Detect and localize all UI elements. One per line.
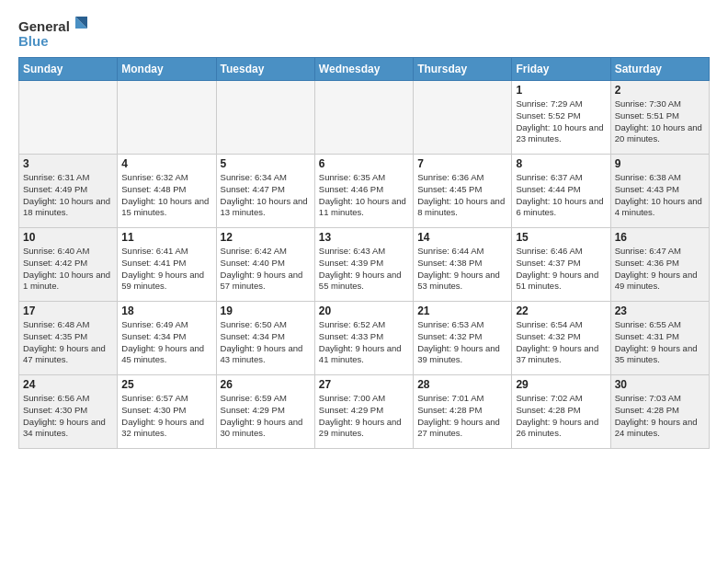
calendar-cell: 8Sunrise: 6:37 AM Sunset: 4:44 PM Daylig… [512, 155, 610, 228]
day-info: Sunrise: 6:55 AM Sunset: 4:31 PM Dayligh… [615, 319, 705, 366]
calendar-cell: 27Sunrise: 7:00 AM Sunset: 4:29 PM Dayli… [314, 375, 413, 449]
day-number: 1 [516, 84, 606, 97]
calendar-cell: 14Sunrise: 6:44 AM Sunset: 4:38 PM Dayli… [414, 228, 512, 302]
weekday-header-monday: Monday [118, 58, 216, 81]
calendar-cell: 7Sunrise: 6:36 AM Sunset: 4:45 PM Daylig… [414, 155, 512, 228]
day-number: 24 [23, 378, 113, 391]
day-info: Sunrise: 6:42 AM Sunset: 4:40 PM Dayligh… [221, 246, 311, 293]
day-number: 10 [23, 231, 113, 244]
calendar-cell: 10Sunrise: 6:40 AM Sunset: 4:42 PM Dayli… [19, 228, 118, 302]
day-info: Sunrise: 7:30 AM Sunset: 5:51 PM Dayligh… [615, 98, 705, 145]
day-info: Sunrise: 6:50 AM Sunset: 4:34 PM Dayligh… [221, 319, 311, 366]
weekday-header-tuesday: Tuesday [216, 58, 314, 81]
day-number: 26 [221, 378, 311, 391]
day-number: 12 [221, 231, 311, 244]
week-row-2: 10Sunrise: 6:40 AM Sunset: 4:42 PM Dayli… [19, 228, 710, 302]
weekday-header-sunday: Sunday [19, 58, 118, 81]
day-info: Sunrise: 6:47 AM Sunset: 4:36 PM Dayligh… [615, 246, 705, 293]
day-info: Sunrise: 6:35 AM Sunset: 4:46 PM Dayligh… [319, 172, 409, 219]
calendar-cell: 4Sunrise: 6:32 AM Sunset: 4:48 PM Daylig… [118, 155, 216, 228]
day-number: 13 [319, 231, 409, 244]
day-number: 14 [417, 231, 507, 244]
day-number: 3 [23, 157, 113, 170]
calendar-cell: 1Sunrise: 7:29 AM Sunset: 5:52 PM Daylig… [512, 81, 610, 155]
weekday-header-saturday: Saturday [610, 58, 709, 81]
day-number: 5 [221, 157, 311, 170]
svg-text:General: General [18, 18, 70, 34]
day-number: 23 [615, 304, 705, 317]
calendar-cell: 25Sunrise: 6:57 AM Sunset: 4:30 PM Dayli… [118, 375, 216, 449]
calendar-cell: 20Sunrise: 6:52 AM Sunset: 4:33 PM Dayli… [314, 302, 413, 375]
day-info: Sunrise: 6:34 AM Sunset: 4:47 PM Dayligh… [221, 172, 311, 219]
calendar-cell: 22Sunrise: 6:54 AM Sunset: 4:32 PM Dayli… [512, 302, 610, 375]
calendar-cell [414, 81, 512, 155]
day-number: 16 [615, 231, 705, 244]
day-number: 20 [319, 304, 409, 317]
calendar-cell: 16Sunrise: 6:47 AM Sunset: 4:36 PM Dayli… [610, 228, 709, 302]
logo-icon: GeneralBlue [18, 15, 92, 52]
weekday-header-wednesday: Wednesday [314, 58, 413, 81]
day-number: 27 [319, 378, 409, 391]
day-info: Sunrise: 6:43 AM Sunset: 4:39 PM Dayligh… [319, 246, 409, 293]
day-number: 17 [23, 304, 113, 317]
header: GeneralBlue [18, 15, 710, 52]
day-info: Sunrise: 7:29 AM Sunset: 5:52 PM Dayligh… [516, 98, 606, 145]
calendar-cell: 5Sunrise: 6:34 AM Sunset: 4:47 PM Daylig… [216, 155, 314, 228]
calendar-header: SundayMondayTuesdayWednesdayThursdayFrid… [19, 58, 710, 81]
day-number: 6 [319, 157, 409, 170]
calendar-cell: 21Sunrise: 6:53 AM Sunset: 4:32 PM Dayli… [414, 302, 512, 375]
weekday-row: SundayMondayTuesdayWednesdayThursdayFrid… [19, 58, 710, 81]
calendar-cell: 9Sunrise: 6:38 AM Sunset: 4:43 PM Daylig… [610, 155, 709, 228]
day-number: 15 [516, 231, 606, 244]
svg-text:Blue: Blue [18, 33, 49, 49]
week-row-4: 24Sunrise: 6:56 AM Sunset: 4:30 PM Dayli… [19, 375, 710, 449]
day-number: 8 [516, 157, 606, 170]
day-info: Sunrise: 6:36 AM Sunset: 4:45 PM Dayligh… [417, 172, 507, 219]
day-info: Sunrise: 6:57 AM Sunset: 4:30 PM Dayligh… [121, 393, 211, 440]
calendar-cell: 13Sunrise: 6:43 AM Sunset: 4:39 PM Dayli… [314, 228, 413, 302]
day-info: Sunrise: 6:40 AM Sunset: 4:42 PM Dayligh… [23, 246, 113, 293]
day-info: Sunrise: 6:32 AM Sunset: 4:48 PM Dayligh… [121, 172, 211, 219]
week-row-0: 1Sunrise: 7:29 AM Sunset: 5:52 PM Daylig… [19, 81, 710, 155]
calendar-cell: 19Sunrise: 6:50 AM Sunset: 4:34 PM Dayli… [216, 302, 314, 375]
day-info: Sunrise: 7:01 AM Sunset: 4:28 PM Dayligh… [417, 393, 507, 440]
week-row-1: 3Sunrise: 6:31 AM Sunset: 4:49 PM Daylig… [19, 155, 710, 228]
calendar-cell: 28Sunrise: 7:01 AM Sunset: 4:28 PM Dayli… [414, 375, 512, 449]
calendar-cell: 24Sunrise: 6:56 AM Sunset: 4:30 PM Dayli… [19, 375, 118, 449]
calendar-cell: 3Sunrise: 6:31 AM Sunset: 4:49 PM Daylig… [19, 155, 118, 228]
weekday-header-friday: Friday [512, 58, 610, 81]
page: GeneralBlue SundayMondayTuesdayWednesday… [0, 0, 728, 458]
calendar-cell: 2Sunrise: 7:30 AM Sunset: 5:51 PM Daylig… [610, 81, 709, 155]
day-number: 28 [417, 378, 507, 391]
day-info: Sunrise: 6:41 AM Sunset: 4:41 PM Dayligh… [121, 246, 211, 293]
calendar-cell: 12Sunrise: 6:42 AM Sunset: 4:40 PM Dayli… [216, 228, 314, 302]
week-row-3: 17Sunrise: 6:48 AM Sunset: 4:35 PM Dayli… [19, 302, 710, 375]
calendar-cell: 17Sunrise: 6:48 AM Sunset: 4:35 PM Dayli… [19, 302, 118, 375]
day-info: Sunrise: 6:37 AM Sunset: 4:44 PM Dayligh… [516, 172, 606, 219]
day-number: 25 [121, 378, 211, 391]
day-info: Sunrise: 6:53 AM Sunset: 4:32 PM Dayligh… [417, 319, 507, 366]
calendar-cell: 15Sunrise: 6:46 AM Sunset: 4:37 PM Dayli… [512, 228, 610, 302]
calendar-cell: 18Sunrise: 6:49 AM Sunset: 4:34 PM Dayli… [118, 302, 216, 375]
day-number: 4 [121, 157, 211, 170]
day-number: 21 [417, 304, 507, 317]
day-number: 19 [221, 304, 311, 317]
calendar-cell: 29Sunrise: 7:02 AM Sunset: 4:28 PM Dayli… [512, 375, 610, 449]
calendar-table: SundayMondayTuesdayWednesdayThursdayFrid… [18, 57, 710, 449]
day-info: Sunrise: 6:38 AM Sunset: 4:43 PM Dayligh… [615, 172, 705, 219]
calendar-cell [118, 81, 216, 155]
day-info: Sunrise: 6:48 AM Sunset: 4:35 PM Dayligh… [23, 319, 113, 366]
day-info: Sunrise: 7:02 AM Sunset: 4:28 PM Dayligh… [516, 393, 606, 440]
day-number: 7 [417, 157, 507, 170]
day-info: Sunrise: 7:00 AM Sunset: 4:29 PM Dayligh… [319, 393, 409, 440]
calendar-cell: 26Sunrise: 6:59 AM Sunset: 4:29 PM Dayli… [216, 375, 314, 449]
calendar-cell: 23Sunrise: 6:55 AM Sunset: 4:31 PM Dayli… [610, 302, 709, 375]
weekday-header-thursday: Thursday [414, 58, 512, 81]
day-number: 30 [615, 378, 705, 391]
calendar-cell [314, 81, 413, 155]
calendar-cell: 6Sunrise: 6:35 AM Sunset: 4:46 PM Daylig… [314, 155, 413, 228]
calendar-cell: 30Sunrise: 7:03 AM Sunset: 4:28 PM Dayli… [610, 375, 709, 449]
day-info: Sunrise: 6:46 AM Sunset: 4:37 PM Dayligh… [516, 246, 606, 293]
day-number: 9 [615, 157, 705, 170]
day-info: Sunrise: 6:44 AM Sunset: 4:38 PM Dayligh… [417, 246, 507, 293]
